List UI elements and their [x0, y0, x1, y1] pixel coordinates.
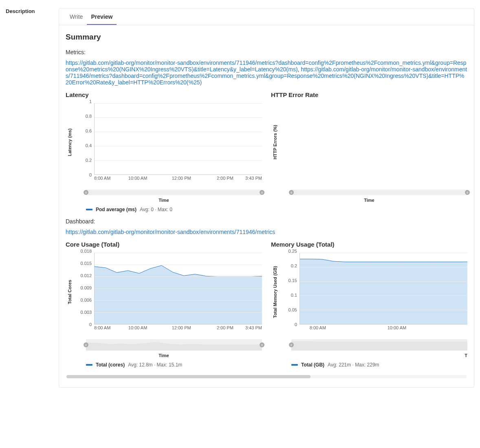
chart-plot-area — [94, 103, 262, 175]
chart-memory-usage: Memory Usage (Total) Total Memory Used (… — [271, 241, 467, 368]
chart-ylabel: Total Memory Used (GB) — [271, 251, 279, 333]
chart-xlabel: Time — [271, 198, 467, 203]
chart-yaxis: 0.018 0.015 0.012 0.009 0.006 0.003 0 — [74, 251, 93, 324]
chart-plot[interactable]: 0.25 0.2 0.15 0.1 0.05 0 — [279, 251, 467, 333]
tab-write[interactable]: Write — [66, 9, 87, 25]
chart-overview-slider[interactable]: II II — [86, 339, 262, 351]
preview-content: Summary Metrics: https://gitlab.com/gitl… — [59, 25, 474, 387]
chart-yaxis: 0.25 0.2 0.15 0.1 0.05 0 — [279, 251, 299, 324]
dashboard-label: Dashboard: — [66, 218, 467, 225]
horizontal-scrollbar[interactable] — [66, 375, 467, 378]
overview-sparkline — [291, 339, 467, 351]
legend-swatch — [86, 364, 92, 366]
chart-http-error-rate: HTTP Error Rate HTTP Errors (%) II II Ti… — [271, 91, 467, 212]
legend-series-name: Total (GB) — [301, 362, 324, 368]
chart-xlabel: Time — [66, 198, 262, 203]
chart-title: Core Usage (Total) — [66, 241, 262, 248]
chart-latency: Latency Latency (ms) 1 0.8 0.6 0.4 0.2 0 — [66, 91, 262, 212]
pause-icon[interactable]: II — [260, 190, 264, 195]
pause-icon[interactable]: II — [465, 190, 470, 195]
legend-swatch — [86, 209, 92, 210]
chart-xaxis: 8:00 AM 10:00 AM 12:00 PM 2:00 PM 3:43 P… — [94, 325, 262, 333]
pause-icon[interactable]: II — [289, 342, 294, 347]
chart-legend: Total (cores) Avg: 12.8m · Max: 15.1m — [86, 362, 262, 368]
chart-xlabel: Time — [66, 353, 262, 358]
legend-series-stats: Avg: 12.8m · Max: 15.1m — [128, 362, 182, 368]
pause-icon[interactable]: II — [84, 342, 88, 347]
editor-tabs: Write Preview — [59, 9, 474, 25]
chart-legend: Pod average (ms) Avg: 0 · Max: 0 — [86, 207, 262, 212]
chart-time-slider[interactable]: II II — [86, 190, 262, 195]
legend-series-stats: Avg: 0 · Max: 0 — [140, 207, 172, 212]
chart-plot[interactable]: 0.018 0.015 0.012 0.009 0.006 0.003 0 — [74, 251, 262, 333]
chart-plot[interactable]: 1 0.8 0.6 0.4 0.2 0 — [74, 102, 262, 183]
chart-title: Latency — [66, 91, 262, 98]
chart-series-area — [300, 253, 467, 324]
pause-icon[interactable]: II — [84, 190, 88, 195]
pause-icon[interactable]: II — [260, 342, 264, 347]
chart-plot[interactable] — [279, 102, 467, 183]
chart-core-usage: Core Usage (Total) Total Cores 0.018 0.0… — [66, 241, 262, 368]
chart-legend: Total (GB) Avg: 221m · Max: 229m — [291, 362, 467, 368]
description-field-label: Description — [6, 8, 51, 14]
chart-xlabel: T — [271, 353, 467, 358]
chart-xaxis: 8:00 AM 10:00 AM 12:00 PM 2:00 PM 3:43 P… — [94, 176, 262, 183]
metrics-label: Metrics: — [66, 49, 467, 55]
description-editor-panel: Write Preview Summary Metrics: https://g… — [59, 8, 474, 388]
chart-ylabel: Latency (ms) — [66, 102, 74, 183]
pause-icon[interactable]: II — [289, 190, 294, 195]
chart-plot-area — [299, 253, 467, 324]
summary-heading: Summary — [66, 33, 467, 42]
chart-title: HTTP Error Rate — [271, 91, 467, 98]
legend-series-stats: Avg: 221m · Max: 229m — [328, 362, 379, 368]
legend-series-name: Pod average (ms) — [96, 207, 137, 212]
scrollbar-thumb[interactable] — [66, 375, 310, 378]
chart-xaxis: 8:00 AM 10:00 AM — [299, 325, 467, 333]
chart-title: Memory Usage (Total) — [271, 241, 467, 248]
chart-overview-slider[interactable]: II — [291, 339, 467, 351]
chart-yaxis: 1 0.8 0.6 0.4 0.2 0 — [74, 102, 93, 175]
dashboard-link[interactable]: https://gitlab.com/gitlab-org/monitor/mo… — [66, 229, 275, 235]
legend-series-name: Total (cores) — [96, 362, 125, 368]
chart-time-slider[interactable]: II II — [291, 190, 467, 195]
chart-ylabel: Total Cores — [66, 251, 74, 333]
chart-plot-area — [94, 253, 262, 324]
legend-swatch — [291, 364, 298, 366]
overview-sparkline — [86, 339, 262, 351]
chart-ylabel: HTTP Errors (%) — [271, 102, 279, 183]
tab-preview[interactable]: Preview — [87, 9, 117, 25]
